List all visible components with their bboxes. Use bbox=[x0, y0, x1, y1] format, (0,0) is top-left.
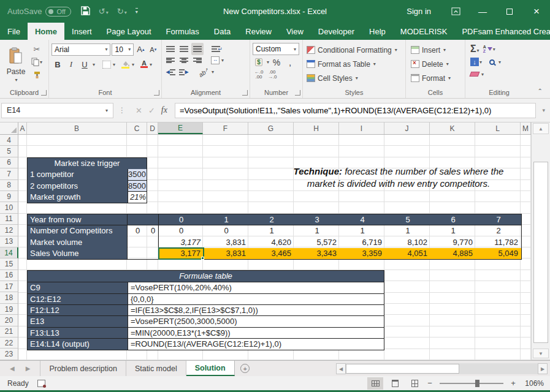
new-sheet-button[interactable]: + bbox=[235, 361, 256, 376]
tab-view[interactable]: View bbox=[279, 23, 311, 40]
row-header-4[interactable]: 4 bbox=[0, 135, 18, 146]
decrease-decimal-icon[interactable]: .00 →.0 bbox=[266, 69, 278, 81]
col-header-b[interactable]: B bbox=[27, 123, 127, 134]
cell-k11[interactable]: 6 bbox=[430, 214, 476, 225]
maximize-button[interactable] bbox=[496, 0, 523, 23]
merge-center-icon[interactable]: ↔ bbox=[211, 56, 220, 64]
row-header-11[interactable]: 11 bbox=[0, 214, 18, 225]
top-align-icon[interactable] bbox=[164, 43, 177, 55]
cell-f14[interactable]: 3,831 bbox=[204, 248, 249, 259]
row-header-10[interactable]: 10 bbox=[0, 202, 18, 213]
cell-l14[interactable]: 5,049 bbox=[476, 248, 521, 259]
cell-b14[interactable]: Sales Volume bbox=[28, 248, 128, 259]
col-header-c[interactable]: C bbox=[127, 123, 147, 134]
font-color-icon[interactable]: A bbox=[140, 61, 148, 68]
tab-data[interactable]: Data bbox=[207, 23, 238, 40]
font-size-combo[interactable]: 10▾ bbox=[112, 43, 134, 56]
horizontal-scroll-track[interactable] bbox=[346, 363, 538, 374]
fill-icon[interactable]: ↓▾ bbox=[470, 58, 482, 66]
sort-filter-icon[interactable]: AZ▾ bbox=[483, 45, 495, 53]
align-left-icon[interactable] bbox=[164, 55, 177, 67]
scroll-left-icon[interactable]: ◀ bbox=[336, 363, 346, 374]
cell-i12[interactable]: 1 bbox=[340, 225, 385, 236]
formula-ref-f13-l13[interactable]: F13:L13 bbox=[28, 328, 128, 338]
cell-b11[interactable]: Year from now bbox=[28, 214, 128, 225]
borders-icon[interactable] bbox=[102, 61, 111, 69]
cell-i13[interactable]: 6,719 bbox=[340, 237, 385, 248]
formula-bar-separator[interactable]: ⋮ bbox=[116, 106, 128, 115]
formula-ref-c9[interactable]: C9 bbox=[28, 282, 128, 293]
trigger-table-header[interactable]: Market size trigger bbox=[28, 158, 147, 169]
cell-b12[interactable]: Number of Competitors bbox=[28, 225, 128, 236]
cell-c7[interactable]: 3500 bbox=[128, 169, 147, 180]
col-header-a[interactable]: A bbox=[18, 123, 27, 134]
col-header-k[interactable]: K bbox=[430, 123, 475, 134]
next-sheet-icon[interactable]: ▶ bbox=[26, 365, 31, 372]
cell-c12[interactable]: 0 bbox=[128, 225, 148, 236]
cell-f11[interactable]: 1 bbox=[204, 214, 249, 225]
col-header-h[interactable]: H bbox=[294, 123, 339, 134]
paste-button[interactable]: Paste ▾ bbox=[2, 42, 29, 88]
zoom-slider-thumb[interactable] bbox=[475, 380, 479, 387]
col-header-f[interactable]: F bbox=[203, 123, 248, 134]
col-header-l[interactable]: L bbox=[475, 123, 521, 134]
number-dialog-launcher-icon[interactable] bbox=[295, 90, 300, 96]
select-all-corner[interactable] bbox=[0, 123, 18, 134]
col-header-i[interactable]: I bbox=[339, 123, 384, 134]
cancel-icon[interactable]: ✕ bbox=[136, 106, 142, 115]
clear-icon[interactable]: ▾ bbox=[470, 72, 484, 77]
row-header-16[interactable]: 16 bbox=[0, 270, 18, 281]
tab-developer[interactable]: Developer bbox=[311, 23, 362, 40]
page-layout-view-button[interactable] bbox=[387, 377, 403, 390]
cell-k12[interactable]: 1 bbox=[430, 225, 476, 236]
tab-review[interactable]: Review bbox=[238, 23, 279, 40]
row-header-12[interactable]: 12 bbox=[0, 225, 18, 236]
horizontal-scroll-thumb[interactable] bbox=[346, 364, 459, 374]
cell-c11-d11[interactable] bbox=[128, 214, 159, 225]
italic-button[interactable]: I bbox=[65, 58, 77, 70]
number-format-combo[interactable]: Custom▾ bbox=[253, 43, 299, 55]
formulae-table-header[interactable]: Formulae table bbox=[28, 271, 384, 282]
middle-align-icon[interactable] bbox=[178, 43, 190, 55]
fill-handle[interactable] bbox=[201, 257, 204, 260]
increase-font-size-button[interactable]: A▴ bbox=[135, 43, 146, 56]
sheet-tab-static-model[interactable]: Static model bbox=[126, 361, 186, 376]
sheet-tab-solution[interactable]: Solution bbox=[186, 361, 235, 376]
expand-formula-bar-icon[interactable]: ▾ bbox=[538, 107, 549, 113]
cell-g13[interactable]: 4,620 bbox=[249, 237, 294, 248]
cell-d12[interactable]: 0 bbox=[148, 225, 159, 236]
percent-style-icon[interactable]: % bbox=[270, 56, 283, 69]
name-box[interactable]: E14 ▾ bbox=[1, 103, 113, 118]
enter-icon[interactable]: ✓ bbox=[148, 106, 155, 115]
cell-h11[interactable]: 3 bbox=[294, 214, 340, 225]
increase-decimal-icon[interactable]: ←.0 .00 bbox=[253, 69, 265, 81]
clipboard-dialog-launcher-icon[interactable] bbox=[41, 90, 47, 96]
cell-j12[interactable]: 1 bbox=[385, 225, 430, 236]
col-header-d[interactable]: D bbox=[147, 123, 158, 134]
cell-c13-d13[interactable] bbox=[128, 237, 159, 248]
decrease-font-size-button[interactable]: A▾ bbox=[148, 43, 159, 56]
close-button[interactable]: × bbox=[523, 0, 550, 23]
cell-g14[interactable]: 3,465 bbox=[249, 248, 294, 259]
fill-color-icon[interactable] bbox=[121, 61, 130, 69]
tab-help[interactable]: Help bbox=[362, 23, 393, 40]
formula-text[interactable]: =IF(E13>$C$8,2,IF(E13>$C$7,1,0)) bbox=[128, 305, 384, 315]
format-as-table-button[interactable]: Format as Table▾ bbox=[307, 58, 403, 70]
zoom-in-button[interactable]: + bbox=[510, 379, 517, 388]
minimize-button[interactable]: — bbox=[469, 0, 496, 23]
insert-function-icon[interactable]: fx bbox=[161, 105, 167, 115]
bold-button[interactable]: B bbox=[52, 58, 64, 70]
cell-j14[interactable]: 4,051 bbox=[385, 248, 430, 259]
tab-pdfsam[interactable]: PDFsam Enhanced Creator bbox=[454, 23, 550, 40]
formula-ref-e13[interactable]: E13 bbox=[28, 316, 128, 326]
macro-record-icon[interactable] bbox=[37, 380, 45, 387]
orientation-icon[interactable]: ab↗ bbox=[195, 64, 212, 81]
formula-text[interactable]: =VosePERT(10%,20%,40%) bbox=[128, 282, 384, 293]
cell-k13[interactable]: 9,770 bbox=[430, 237, 476, 248]
conditional-formatting-button[interactable]: Conditional Formatting▾ bbox=[307, 43, 403, 56]
cell-e13[interactable]: 3,177 bbox=[159, 237, 204, 248]
autosave-toggle[interactable]: AutoSave Off bbox=[7, 7, 71, 17]
tab-page-layout[interactable]: Page Layout bbox=[99, 23, 159, 40]
prev-sheet-icon[interactable]: ◀ bbox=[10, 365, 15, 372]
tab-file[interactable]: File bbox=[0, 23, 28, 40]
